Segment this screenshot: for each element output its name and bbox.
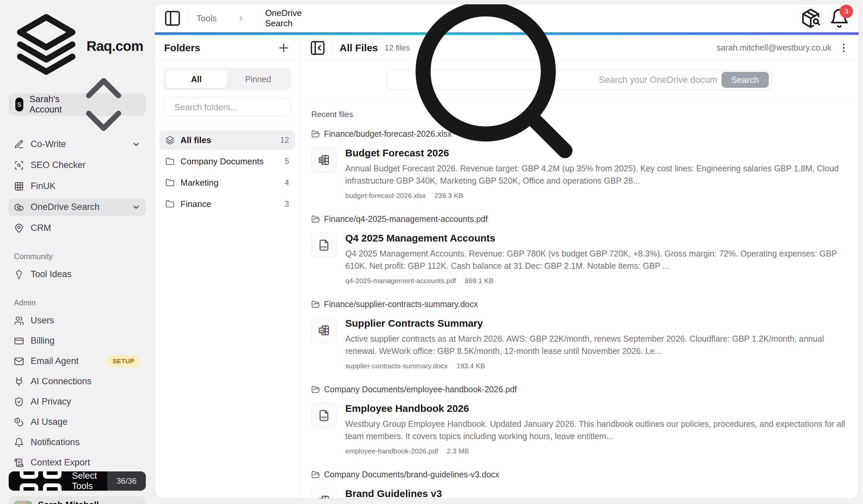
notifications-button[interactable]: 3 — [829, 8, 850, 29]
sidebar-item-onedrive-search[interactable]: OneDrive Search — [9, 198, 146, 216]
file-title[interactable]: Employee Handbook 2026 — [345, 403, 847, 414]
credit-card-icon — [14, 336, 24, 346]
file-row[interactable]: PDFQ4 2025 Management AccountsQ4 2025 Ma… — [311, 233, 847, 285]
topbar-divider — [189, 13, 189, 24]
sidebar-item-billing[interactable]: Billing — [9, 332, 146, 350]
file-path-text: Finance/budget-forecast-2026.xlsx — [324, 129, 452, 139]
folder-icon — [165, 157, 174, 166]
breadcrumb: Tools OneDrive Search — [197, 8, 302, 29]
file-path: Finance/q4-2025-management-accounts.pdf — [311, 214, 847, 224]
folder-open-icon — [311, 470, 320, 479]
sidebar-item-users[interactable]: Users — [9, 312, 146, 329]
file-path: Finance/budget-forecast-2026.xlsx — [311, 129, 847, 139]
document-search: Search — [387, 69, 772, 90]
search-button[interactable]: Search — [722, 72, 769, 88]
sidebar-item-label: Email Agent — [30, 356, 100, 366]
sidebar-item-ai-connections[interactable]: AI Connections — [9, 373, 146, 390]
file-description: Annual Budget Forecast 2026. Revenue tar… — [345, 162, 847, 187]
sidebar-item-tool-ideas[interactable]: Tool Ideas — [9, 266, 146, 283]
file-list: Finance/budget-forecast-2026.xlsxBudget … — [311, 129, 847, 498]
file-title[interactable]: Brand Guidelines v3 — [345, 488, 847, 498]
scan-search-icon — [14, 160, 24, 170]
select-tools-label: Select Tools — [72, 471, 101, 491]
folder-count: 4 — [285, 178, 289, 187]
svg-text:PDF: PDF — [321, 416, 327, 419]
chevron-down-icon — [132, 203, 140, 211]
file-path-text: Company Documents/brand-guidelines-v3.do… — [324, 470, 499, 479]
file-pdf-icon: PDF — [317, 409, 330, 422]
folder-item-all-files[interactable]: All files12 — [160, 130, 295, 150]
sidebar-nav: Co-WriteSEO CheckerFinUKOneDrive SearchC… — [9, 136, 146, 237]
document-search-input[interactable] — [599, 75, 717, 85]
folder-item-marketing[interactable]: Marketing4 — [160, 173, 295, 192]
notification-badge: 3 — [840, 5, 853, 18]
sidebar-item-ai-privacy[interactable]: AI Privacy — [9, 393, 146, 411]
scroll-text-icon — [14, 458, 24, 468]
folder-icon — [165, 199, 174, 209]
file-size: 193.4 KB — [456, 362, 485, 370]
file-meta: supplier-contracts-summary.docx193.4 KB — [345, 362, 847, 370]
layout-grid-icon — [15, 471, 66, 491]
sidebar-item-co-write[interactable]: Co-Write — [9, 136, 146, 153]
profile-info: Sarah Mitchell sarah.mitchell@westbur... — [38, 500, 125, 504]
file-title[interactable]: Q4 2025 Management Accounts — [345, 233, 847, 244]
file-type-iconbox — [311, 147, 337, 173]
file-size: 2.3 MB — [447, 447, 469, 455]
tab-all[interactable]: All — [165, 70, 227, 88]
file-title[interactable]: Budget Forecast 2026 — [345, 147, 847, 159]
sidebar-item-context-export[interactable]: Context Export — [9, 454, 146, 471]
file-path: Finance/supplier-contracts-summary.docx — [311, 299, 847, 309]
package-search-button[interactable] — [800, 8, 821, 29]
folder-count: 12 — [280, 135, 289, 145]
sidebar-toggle-button[interactable] — [163, 9, 182, 27]
pencil-icon — [14, 139, 24, 150]
select-tools-button[interactable]: Select Tools 36/36 — [9, 471, 146, 491]
collapse-folders-button[interactable] — [309, 40, 326, 56]
file-group: Finance/budget-forecast-2026.xlsxBudget … — [311, 129, 847, 199]
admin-section-label: Admin — [14, 298, 146, 307]
folder-search-input[interactable] — [174, 102, 286, 113]
folder-tabs: AllPinned — [163, 68, 291, 90]
sidebar-item-crm[interactable]: CRM — [9, 220, 146, 237]
files-header-divider — [333, 42, 333, 54]
account-switcher[interactable]: s Sarah's Account — [9, 93, 146, 116]
breadcrumb-tools[interactable]: Tools — [197, 13, 217, 24]
file-filename: supplier-contracts-summary.docx — [345, 362, 448, 370]
layers-icon — [165, 136, 174, 145]
file-list-scroll[interactable]: Recent files Finance/budget-forecast-202… — [300, 100, 859, 498]
sidebar-item-email-agent[interactable]: Email AgentSETUP — [9, 353, 146, 370]
add-folder-button[interactable] — [277, 41, 290, 54]
file-path-text: Company Documents/employee-handbook-2026… — [324, 385, 517, 394]
tab-pinned[interactable]: Pinned — [227, 70, 289, 88]
file-title[interactable]: Supplier Contracts Summary — [345, 318, 847, 329]
folder-open-icon — [311, 300, 320, 309]
folder-item-company-documents[interactable]: Company Documents5 — [160, 152, 295, 171]
profile-card[interactable]: Sarah Mitchell sarah.mitchell@westbur... — [9, 496, 146, 504]
sidebar-item-label: Co-Write — [30, 139, 125, 150]
chevron-down-icon — [132, 140, 140, 149]
users-icon — [14, 316, 24, 326]
files-menu-button[interactable] — [838, 42, 849, 54]
file-row[interactable]: wBrand Guidelines v3Westbury Group Brand… — [311, 488, 847, 498]
sidebar-item-label: AI Connections — [30, 376, 140, 387]
sidebar-item-label: Users — [30, 315, 140, 326]
panel-left-icon — [163, 9, 182, 27]
folder-count: 3 — [285, 199, 289, 209]
sidebar-item-label: AI Privacy — [30, 397, 140, 407]
main-card: Tools OneDrive Search 3 Folders AllPinne… — [154, 4, 859, 499]
file-row[interactable]: PDFEmployee Handbook 2026Westbury Group … — [311, 403, 847, 455]
kebab-icon — [838, 42, 849, 54]
connected-account-email: sarah.mitchell@westbury.co.uk — [717, 43, 831, 53]
file-docx-icon: w — [317, 324, 330, 337]
sidebar-item-notifications[interactable]: Notifications — [9, 434, 146, 451]
folder-item-finance[interactable]: Finance3 — [160, 194, 295, 214]
file-row[interactable]: Budget Forecast 2026Annual Budget Foreca… — [311, 147, 847, 199]
file-description: Q4 2025 Management Accounts. Revenue: GB… — [345, 247, 847, 272]
sidebar-item-seo-checker[interactable]: SEO Checker — [9, 157, 146, 174]
lightbulb-icon — [14, 270, 24, 280]
sidebar-item-ai-usage[interactable]: AI Usage — [9, 414, 146, 431]
sidebar-item-finuk[interactable]: FinUK — [9, 178, 146, 195]
card-body: Folders AllPinned All files12Company Doc… — [155, 35, 859, 498]
file-row[interactable]: wSupplier Contracts SummaryActive suppli… — [311, 318, 847, 370]
file-meta: employee-handbook-2026.pdf2.3 MB — [345, 447, 847, 455]
